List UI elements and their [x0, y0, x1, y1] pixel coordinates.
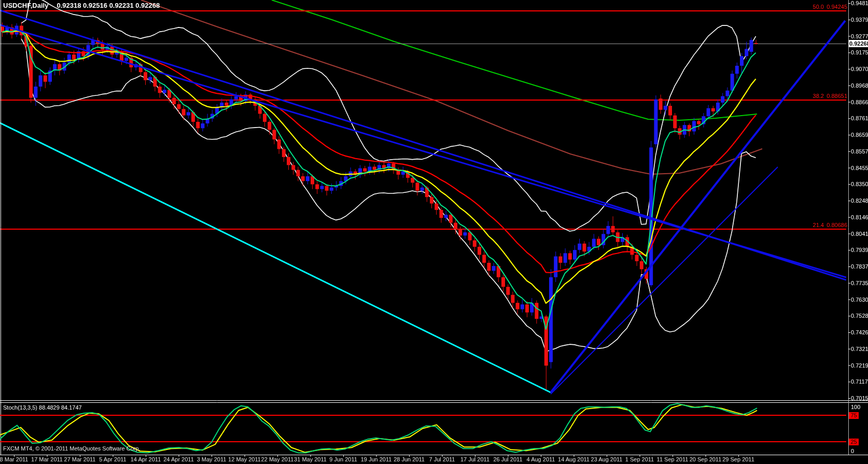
price-axis-label: 0.90700: [851, 66, 868, 72]
price-axis-label: 0.74260: [851, 330, 868, 335]
time-axis-label: 26 Jul 2011: [493, 457, 522, 462]
price-axis-label: 0.77350: [851, 280, 868, 286]
time-axis-label: 31 May 2011: [294, 457, 327, 462]
time-axis-label: 12 May 2011: [228, 457, 261, 462]
time-axis-label: 8 Mar 2011: [0, 457, 28, 462]
time-axis-label: 11 Sep 2011: [657, 457, 689, 462]
price-axis-label: 0.84550: [851, 165, 868, 171]
time-axis-label: 28 Jun 2011: [394, 457, 425, 462]
price-chart-canvas[interactable]: [0, 0, 868, 464]
time-axis-label: 19 Jun 2011: [361, 457, 392, 462]
stoch-level-25-badge: 25: [849, 439, 859, 445]
time-axis-label: 4 Aug 2011: [527, 457, 555, 462]
price-axis-label: 0.80410: [851, 231, 868, 237]
price-axis-label: 0.91750: [851, 50, 868, 55]
time-axis-label: 14 Apr 2011: [131, 457, 161, 462]
stoch-indicator-label: Stoch(13,3,5) 88.4829 84.1747: [3, 404, 82, 411]
copyright-notice: FXCM MT4, © 2001-2011 MetaQuotes Softwar…: [3, 445, 141, 452]
stoch-axis-0: 0: [851, 448, 854, 454]
price-axis-label: 0.76300: [851, 297, 868, 303]
time-axis-label: 17 Mar 2011: [31, 457, 63, 462]
price-axis-label: 0.83500: [851, 181, 868, 187]
price-axis-label: 0.71170: [851, 379, 868, 385]
price-axis-label: 0.88660: [851, 100, 868, 105]
time-axis-label: 7 Jul 2011: [429, 457, 455, 462]
price-axis-label: 0.87610: [851, 116, 868, 121]
symbol-period-label: USDCHF,Daily: [3, 2, 48, 9]
time-axis-label: 3 May 2011: [197, 457, 227, 462]
price-axis-label: 0.75280: [851, 313, 868, 319]
price-axis-label: 0.85570: [851, 149, 868, 154]
time-axis-label: 23 Aug 2011: [591, 457, 623, 462]
time-axis-label: 14 Aug 2011: [558, 457, 590, 462]
time-axis-label: 22 May 2011: [261, 457, 294, 462]
time-axis-label: 29 Sep 2011: [722, 457, 754, 462]
price-axis-label: 0.93790: [851, 17, 868, 23]
stoch-axis-100: 100: [851, 404, 860, 410]
time-axis-label: 5 Apr 2011: [99, 457, 126, 462]
time-axis-label: 17 Jul 2011: [460, 457, 489, 462]
current-price-box: 0.92268: [849, 40, 868, 47]
time-axis-label: 20 Sep 2011: [690, 457, 722, 462]
price-axis-label: 0.78370: [851, 264, 868, 270]
time-axis-label: 1 Sep 2011: [625, 457, 654, 462]
time-axis-label: 27 Mar 2011: [64, 457, 96, 462]
stoch-level-75-badge: 75: [849, 412, 859, 419]
price-axis-label: 0.92770: [851, 34, 868, 39]
price-axis-label: 0.72190: [851, 363, 868, 369]
price-axis-label: 0.86590: [851, 132, 868, 138]
price-axis-label: 0.89680: [851, 83, 868, 89]
price-axis-label: 0.81460: [851, 215, 868, 220]
price-axis-label: 0.79390: [851, 247, 868, 253]
price-axis-label: 0.82480: [851, 198, 868, 204]
mt4-chart-window: USDCHF,Daily0.92318 0.92516 0.92231 0.92…: [0, 0, 868, 464]
price-axis-label: 0.73210: [851, 346, 868, 352]
chart-title: USDCHF,Daily0.92318 0.92516 0.92231 0.92…: [3, 2, 160, 9]
time-axis-label: 9 Jun 2011: [329, 457, 357, 462]
price-axis-label: 0.70150: [851, 396, 868, 401]
time-axis-label: 24 Apr 2011: [163, 457, 194, 462]
ohlc-readout: 0.92318 0.92516 0.92231 0.92268: [57, 2, 160, 9]
price-axis-label: 0.94810: [851, 1, 868, 6]
